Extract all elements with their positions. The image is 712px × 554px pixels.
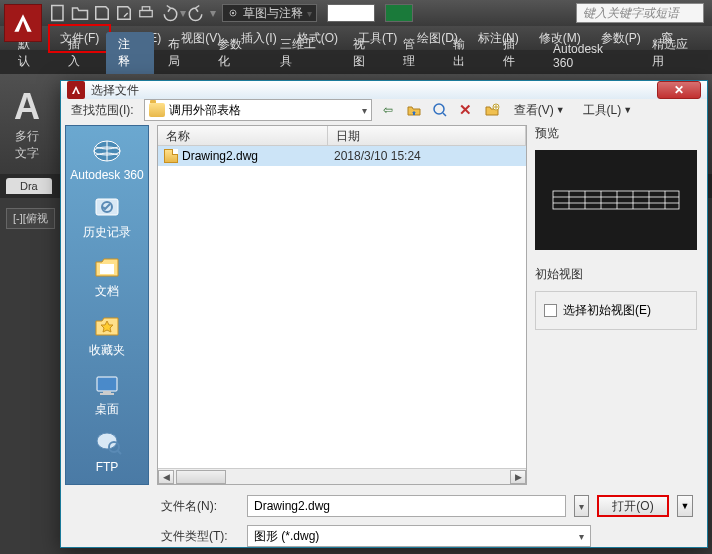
filename-input[interactable]: Drawing2.dwg [247,495,566,517]
color-swatch-green[interactable] [385,4,413,22]
select-file-dialog: 选择文件 ✕ 查找范围(I): 调用外部表格 ▾ ⇦ ✕ 查看(V)▼ 工具(L… [60,80,708,548]
places-bar: Autodesk 360历史记录文档收藏夹桌面FTP [65,125,149,485]
new-icon[interactable] [48,3,68,23]
place-item[interactable]: 文档 [66,247,148,304]
initial-view-checkbox[interactable] [544,304,557,317]
place-icon [90,136,124,166]
workspace-dropdown[interactable]: 草图与注释 ▾ [222,4,317,22]
place-icon [90,310,124,340]
document-tab[interactable]: Dra [6,178,52,194]
horizontal-scrollbar[interactable]: ◀ ▶ [158,468,526,484]
svg-rect-12 [97,377,117,391]
place-item[interactable]: FTP [66,424,148,478]
search-web-button[interactable] [430,100,450,120]
print-icon[interactable] [136,3,156,23]
dropdown-icon[interactable]: ▾ [180,6,186,20]
place-label: Autodesk 360 [70,168,143,182]
ribbon-tab[interactable]: 精选应用 [640,32,712,74]
dropdown-icon[interactable]: ▾ [210,6,216,20]
back-button[interactable]: ⇦ [378,100,398,120]
app-logo[interactable] [4,4,42,42]
svg-point-5 [434,104,444,114]
place-icon [90,428,124,458]
filetype-label: 文件类型(T): [161,528,239,545]
new-folder-button[interactable] [482,100,502,120]
dialog-titlebar: 选择文件 ✕ [61,81,707,99]
lookin-label: 查找范围(I): [71,102,134,119]
app-icon [67,81,85,99]
place-icon [90,369,124,399]
ribbon-tab[interactable]: 插入 [56,32,104,74]
open-button[interactable]: 打开(O) [597,495,669,517]
svg-point-4 [232,12,234,14]
filetype-dropdown[interactable]: 图形 (*.dwg)▾ [247,525,591,547]
place-item[interactable]: 桌面 [66,365,148,422]
place-item[interactable]: 历史记录 [66,188,148,245]
place-label: 文档 [95,283,119,300]
close-button[interactable]: ✕ [657,81,701,99]
column-name[interactable]: 名称 [158,126,328,145]
svg-rect-14 [100,393,114,395]
scroll-thumb[interactable] [176,470,226,484]
folder-icon [149,103,165,117]
initial-view-label: 初始视图 [535,266,697,283]
place-label: 桌面 [95,401,119,418]
ribbon-group-text[interactable]: A 多行 文字 [6,80,48,168]
ribbon-tab[interactable]: 注释 [106,32,154,74]
ribbon-tab[interactable]: 插件 [491,32,539,74]
color-swatch-white[interactable] [327,4,375,22]
chevron-down-icon: ▾ [307,8,312,19]
initial-view-check-label: 选择初始视图(E) [563,302,651,319]
redo-icon[interactable] [188,3,208,23]
file-row[interactable]: Drawing2.dwg 2018/3/10 15:24 [158,146,526,166]
undo-icon[interactable] [158,3,178,23]
file-list-header: 名称 日期 [158,126,526,146]
dialog-toolbar: 查找范围(I): 调用外部表格 ▾ ⇦ ✕ 查看(V)▼ 工具(L)▼ [61,99,707,121]
dialog-title: 选择文件 [91,82,651,99]
open-icon[interactable] [70,3,90,23]
file-list[interactable]: 名称 日期 Drawing2.dwg 2018/3/10 15:24 ◀ ▶ [157,125,527,485]
tools-menu[interactable]: 工具(L)▼ [577,100,639,121]
filename-history-dropdown[interactable]: ▾ [574,495,589,517]
scroll-right-button[interactable]: ▶ [510,470,526,484]
ribbon-tab[interactable]: 管理 [391,32,439,74]
search-input[interactable]: 键入关键字或短语 [576,3,704,23]
viewport-label[interactable]: [-][俯视 [6,208,55,229]
svg-rect-1 [140,11,153,17]
ribbon-tab[interactable]: 输出 [441,32,489,74]
saveas-icon[interactable] [114,3,134,23]
gear-icon [227,7,239,19]
view-menu[interactable]: 查看(V)▼ [508,100,571,121]
ribbon-tab[interactable]: 视图 [341,32,389,74]
save-icon[interactable] [92,3,112,23]
place-label: 历史记录 [83,224,131,241]
ribbon-label: 文字 [15,145,39,162]
ribbon-tab[interactable]: 参数化 [206,32,266,74]
file-date: 2018/3/10 15:24 [328,149,526,163]
column-date[interactable]: 日期 [328,126,526,145]
place-label: FTP [96,460,119,474]
search-placeholder: 键入关键字或短语 [583,5,679,22]
preview-label: 预览 [535,125,697,142]
lookin-dropdown[interactable]: 调用外部表格 ▾ [144,99,372,121]
up-folder-button[interactable] [404,100,424,120]
place-item[interactable]: 收藏夹 [66,306,148,363]
place-icon [90,192,124,222]
ribbon-tab[interactable]: Autodesk 360 [541,38,638,74]
scroll-left-button[interactable]: ◀ [158,470,174,484]
svg-rect-0 [52,6,63,21]
open-dropdown[interactable]: ▼ [677,495,693,517]
ribbon-tab[interactable]: 三维工具 [268,32,340,74]
svg-rect-17 [553,191,679,209]
place-item[interactable]: Autodesk 360 [66,132,148,186]
text-tool-icon: A [14,86,40,128]
ribbon-tab[interactable]: 布局 [156,32,204,74]
svg-rect-11 [100,264,114,274]
delete-button[interactable]: ✕ [456,100,476,120]
chevron-down-icon: ▾ [579,531,584,542]
lookin-value: 调用外部表格 [169,102,241,119]
workspace-label: 草图与注释 [243,5,303,22]
preview-thumbnail [535,150,697,250]
initial-view-group: 选择初始视图(E) [535,291,697,330]
svg-rect-2 [142,7,150,11]
